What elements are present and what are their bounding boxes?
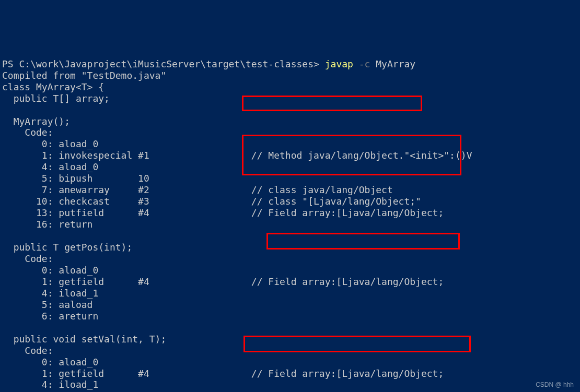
output-line: 6: areturn <box>2 311 98 322</box>
shell-prompt: PS C:\work\Javaproject\iMusicServer\targ… <box>2 58 319 69</box>
output-line: class MyArray<T> { <box>2 81 104 92</box>
output-line: 4: aload_0 <box>2 161 98 172</box>
output-line: MyArray(); <box>2 116 70 127</box>
output-line: 0: aload_0 <box>2 357 98 367</box>
command-flag: -c <box>359 58 370 69</box>
watermark-text: CSDN @ hhh <box>536 381 574 389</box>
output-line: public void setVal(int, T); <box>2 334 166 345</box>
output-line: 5: aaload <box>2 299 92 310</box>
output-line: Code: <box>2 253 53 264</box>
output-line: 4: iload_1 <box>2 288 98 299</box>
terminal-output: PS C:\work\Javaproject\iMusicServer\targ… <box>0 46 580 392</box>
output-line: Code: <box>2 345 53 356</box>
output-line: 0: aload_0 <box>2 138 98 149</box>
command-arg: MyArray <box>376 58 415 69</box>
output-line: 5: bipush 10 <box>2 173 149 184</box>
output-line: 4: iload_1 <box>2 379 98 390</box>
output-line: 10: checkcast #3 // class "[Ljava/lang/O… <box>2 196 421 207</box>
output-line: public T getPos(int); <box>2 242 132 253</box>
output-line: 1: getfield #4 // Field array:[Ljava/lan… <box>2 276 444 287</box>
command-name: javap <box>325 58 353 69</box>
output-line: Compiled from "TestDemo.java" <box>2 70 166 81</box>
output-line: 16: return <box>2 219 92 230</box>
output-line: public T[] array; <box>2 93 110 104</box>
output-line: 0: aload_0 <box>2 265 98 276</box>
output-line: 1: getfield #4 // Field array:[Ljava/lan… <box>2 368 444 379</box>
output-line: 1: invokespecial #1 // Method java/lang/… <box>2 150 472 161</box>
output-line: 7: anewarray #2 // class java/lang/Objec… <box>2 184 393 195</box>
output-line: Code: <box>2 127 53 138</box>
output-line: 13: putfield #4 // Field array:[Ljava/la… <box>2 207 444 218</box>
